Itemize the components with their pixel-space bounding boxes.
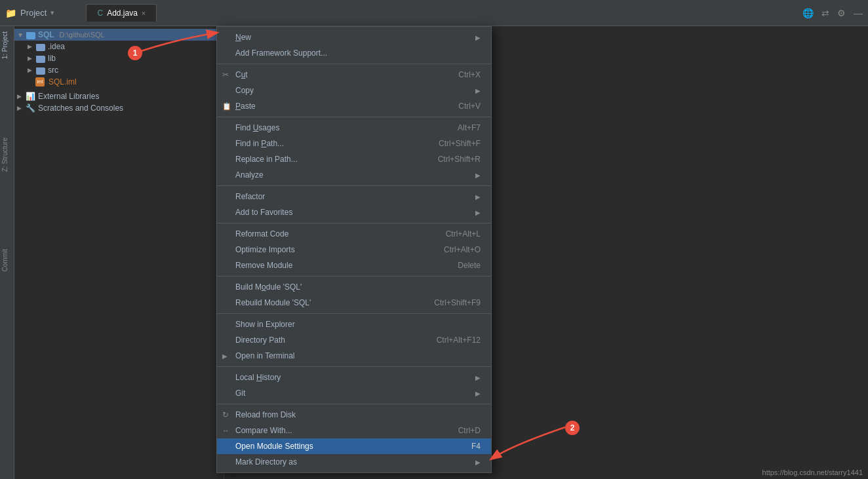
terminal-icon: ▶ (222, 353, 227, 360)
status-url: https://blog.csdn.net/starry1441 (762, 469, 863, 476)
structure-vertical-tab[interactable]: Z: Structure (1, 138, 9, 172)
top-toolbar: 📁 Project ▾ C Add.java × 🌐 ⇄ ⚙ — (0, 0, 868, 26)
tree-root-sql[interactable]: ▼ SQL D:\github\SQL (14, 29, 224, 41)
menu-item-open-module-settings[interactable]: Open Module Settings F4 (217, 438, 491, 454)
lib-label: lib (48, 54, 56, 63)
tree-arrow-right-lib: ▶ (28, 55, 32, 62)
menu-item-optimize-imports[interactable]: Optimize Imports Ctrl+Alt+O (217, 242, 491, 258)
scratches-label: Scratches and Consoles (38, 104, 123, 113)
menu-separator-4 (217, 223, 491, 223)
context-menu: New ▶ Add Framework Support... ✂ Cut Ctr… (216, 26, 492, 473)
tree-arrow-right: ▶ (28, 43, 32, 50)
paste-icon: 📋 (222, 102, 231, 111)
menu-item-cut[interactable]: ✂ Cut Ctrl+X (217, 67, 491, 83)
menu-item-open-terminal[interactable]: ▶ Open in Terminal (217, 348, 491, 364)
commit-vertical-tab[interactable]: Commit (1, 249, 9, 271)
external-libraries-label: External Libraries (38, 92, 99, 101)
tree-arrow-right-src: ▶ (28, 67, 32, 73)
tree-idea-folder[interactable]: ▶ .idea (14, 41, 224, 52)
tree-sql-path: D:\github\SQL (60, 31, 105, 39)
menu-item-replace-in-path[interactable]: Replace in Path... Ctrl+Shift+R (217, 151, 491, 167)
ext-lib-icon: 📊 (26, 92, 35, 101)
reload-icon: ↻ (222, 410, 229, 419)
scratches-icon: 🔧 (26, 104, 35, 113)
menu-separator-3 (217, 185, 491, 186)
menu-separator-5 (217, 276, 491, 277)
menu-item-local-history[interactable]: Local History ▶ (217, 370, 491, 385)
src-label: src (48, 66, 58, 75)
menu-item-rebuild-module[interactable]: Rebuild Module 'SQL' Ctrl+Shift+F9 (217, 295, 491, 311)
tree-external-libraries[interactable]: ▶ 📊 External Libraries (14, 90, 224, 102)
ide-window: 📁 Project ▾ C Add.java × 🌐 ⇄ ⚙ — 1: Proj… (0, 0, 868, 479)
menu-separator-2 (217, 117, 491, 117)
tree-sql-label: SQL (38, 30, 54, 39)
toolbar-left: 📁 Project ▾ (5, 8, 54, 18)
menu-separator-7 (217, 366, 491, 367)
tab-label: Add.java (107, 9, 138, 18)
tree-src-folder[interactable]: ▶ src (14, 64, 224, 76)
iml-file-icon: iml (35, 77, 45, 86)
menu-separator-8 (217, 404, 491, 404)
tab-close-icon[interactable]: × (142, 9, 146, 17)
compare-icon: ↔ (222, 427, 229, 434)
menu-item-show-in-explorer[interactable]: Show in Explorer (217, 316, 491, 332)
project-folder-icon: 📁 (5, 8, 16, 18)
cut-icon: ✂ (222, 70, 229, 79)
menu-item-reformat[interactable]: Reformat Code Ctrl+Alt+L (217, 226, 491, 242)
java-file-icon: C (97, 9, 103, 18)
project-vertical-tab[interactable]: 1: Project (1, 31, 9, 59)
toolbar-icons: 🌐 ⇄ ⚙ — (802, 8, 863, 18)
folder-icon-sql (26, 32, 35, 39)
menu-item-reload[interactable]: ↻ Reload from Disk (217, 407, 491, 423)
menu-item-analyze[interactable]: Analyze ▶ (217, 167, 491, 183)
menu-item-new[interactable]: New ▶ (217, 29, 491, 45)
settings-icon[interactable]: ⚙ (837, 8, 846, 18)
side-panel-tabs: 1: Project Z: Structure Commit (0, 26, 14, 479)
project-tree: ▼ SQL D:\github\SQL ▶ .idea ▶ lib ▶ (14, 26, 224, 479)
tree-arrow-right-scratches: ▶ (17, 105, 22, 111)
menu-item-mark-directory[interactable]: Mark Directory as ▶ (217, 454, 491, 470)
menu-item-compare-with[interactable]: ↔ Compare With... Ctrl+D (217, 423, 491, 438)
add-java-tab[interactable]: C Add.java × (86, 4, 157, 22)
menu-item-git[interactable]: Git ▶ (217, 385, 491, 401)
menu-separator-1 (217, 64, 491, 64)
tab-bar: C Add.java × (86, 4, 157, 22)
tree-sql-iml[interactable]: iml SQL.iml (14, 76, 224, 88)
tree-scratches-consoles[interactable]: ▶ 🔧 Scratches and Consoles (14, 102, 224, 114)
folder-icon-src (36, 67, 45, 75)
tree-arrow-down: ▼ (17, 31, 24, 39)
menu-item-copy[interactable]: Copy ▶ (217, 83, 491, 98)
tree-lib-folder[interactable]: ▶ lib (14, 52, 224, 64)
menu-item-refactor[interactable]: Refactor ▶ (217, 189, 491, 204)
menu-item-add-favorites[interactable]: Add to Favorites ▶ (217, 204, 491, 220)
menu-item-find-in-path[interactable]: Find in Path... Ctrl+Shift+F (217, 136, 491, 151)
sql-iml-label: SQL.iml (49, 77, 77, 86)
folder-icon-idea (36, 44, 45, 51)
menu-item-directory-path[interactable]: Directory Path Ctrl+Alt+F12 (217, 332, 491, 348)
folder-icon-lib (36, 56, 45, 63)
tree-arrow-right-ext: ▶ (17, 93, 22, 100)
minimize-icon[interactable]: — (854, 8, 863, 18)
project-label[interactable]: Project (20, 8, 47, 18)
menu-item-paste[interactable]: 📋 Paste Ctrl+V (217, 98, 491, 114)
idea-label: .idea (48, 42, 65, 51)
menu-item-find-usages[interactable]: Find Usages Alt+F7 (217, 120, 491, 136)
project-dropdown-arrow[interactable]: ▾ (50, 9, 54, 17)
sync-icon[interactable]: ⇄ (821, 8, 829, 18)
menu-separator-6 (217, 313, 491, 314)
menu-item-build-module[interactable]: Build Module 'SQL' (217, 279, 491, 295)
menu-item-add-framework[interactable]: Add Framework Support... (217, 45, 491, 61)
globe-icon[interactable]: 🌐 (802, 8, 814, 18)
menu-item-remove-module[interactable]: Remove Module Delete (217, 258, 491, 273)
